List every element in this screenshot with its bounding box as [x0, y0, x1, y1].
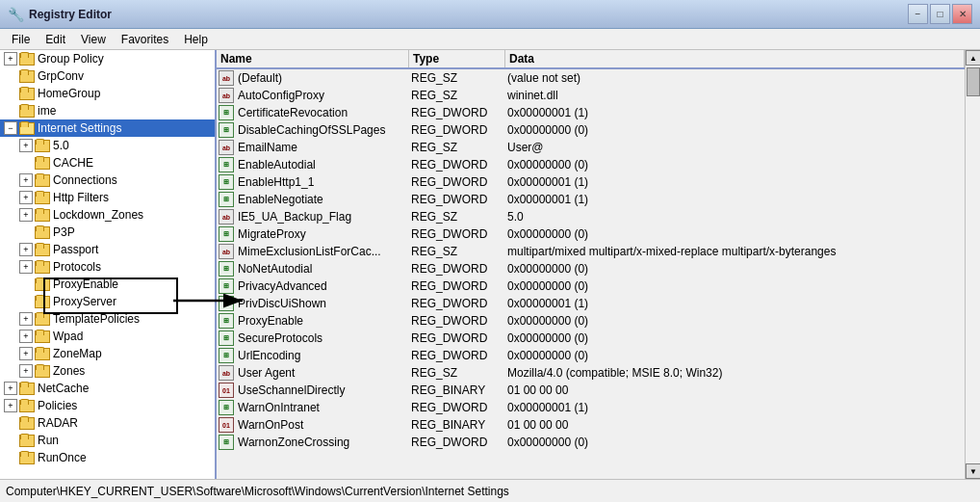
value-icon-11: ⊞ — [219, 261, 234, 277]
table-row[interactable]: ⊞UrlEncodingREG_DWORD0x00000000 (0) — [217, 347, 965, 364]
value-icon-13: ⊞ — [219, 296, 234, 311]
table-row[interactable]: ⊞WarnonZoneCrossingREG_DWORD0x00000000 (… — [217, 434, 965, 451]
expander-group-policy[interactable]: + — [4, 52, 17, 66]
expander-template-policies[interactable]: + — [19, 312, 33, 326]
folder-icon-passport — [35, 243, 50, 256]
expander-zones[interactable]: + — [19, 364, 33, 378]
scroll-up-btn[interactable]: ▲ — [966, 50, 980, 66]
tree-item-run[interactable]: Run — [0, 432, 215, 449]
scroll-down-btn[interactable]: ▼ — [966, 463, 980, 479]
tree-item-wpad[interactable]: +Wpad — [0, 328, 215, 345]
expander-http-filters[interactable]: + — [19, 191, 33, 204]
table-row[interactable]: ⊞MigrateProxyREG_DWORD0x00000000 (0) — [217, 225, 965, 243]
tree-item-http-filters[interactable]: +Http Filters — [0, 189, 215, 206]
value-icon-0: ab — [219, 70, 234, 86]
tree-label-homegroup: HomeGroup — [38, 87, 100, 100]
expander-connections[interactable]: + — [19, 173, 33, 187]
restore-button[interactable]: □ — [930, 4, 950, 24]
values-body[interactable]: ab(Default)REG_SZ(value not set)abAutoCo… — [217, 69, 965, 479]
folder-icon-run — [19, 434, 35, 447]
tree-item-runonce[interactable]: RunOnce — [0, 449, 215, 466]
table-row[interactable]: ⊞SecureProtocolsREG_DWORD0x00000000 (0) — [217, 330, 965, 347]
value-type: REG_SZ — [411, 141, 507, 154]
expander-wpad[interactable]: + — [19, 330, 33, 343]
tree-item-radar[interactable]: RADAR — [0, 414, 215, 432]
tree-item-zones[interactable]: +Zones — [0, 362, 215, 380]
tree-item-netcache[interactable]: +NetCache — [0, 380, 215, 397]
tree-item-template-policies[interactable]: +TemplatePolicies — [0, 310, 215, 328]
table-row[interactable]: ⊞WarnOnIntranetREG_DWORD0x00000001 (1) — [217, 399, 965, 416]
tree-item-group-policy[interactable]: +Group Policy — [0, 50, 215, 67]
tree-item-proxy-server[interactable]: ProxyServer — [0, 293, 215, 310]
tree-item-passport[interactable]: +Passport — [0, 241, 215, 258]
table-row[interactable]: ⊞ProxyEnableREG_DWORD0x00000000 (0) — [217, 312, 965, 330]
tree-item-connections[interactable]: +Connections — [0, 172, 215, 189]
tree-label-passport: Passport — [53, 243, 98, 256]
table-row[interactable]: ⊞EnableHttp1_1REG_DWORD0x00000001 (1) — [217, 173, 965, 191]
value-name: MigrateProxy — [236, 227, 411, 241]
value-type: REG_SZ — [411, 210, 507, 224]
tree-item-5-0[interactable]: +5.0 — [0, 137, 215, 154]
tree-label-zones: Zones — [53, 364, 85, 378]
value-name: IE5_UA_Backup_Flag — [236, 210, 411, 224]
tree-item-policies[interactable]: +Policies — [0, 397, 215, 414]
expander-policies[interactable]: + — [4, 399, 17, 412]
close-button[interactable]: ✕ — [952, 4, 972, 24]
menu-favorites[interactable]: Favorites — [114, 31, 176, 48]
table-row[interactable]: ab(Default)REG_SZ(value not set) — [217, 69, 965, 87]
minimize-button[interactable]: − — [908, 4, 928, 24]
table-row[interactable]: ⊞DisableCachingOfSSLPagesREG_DWORD0x0000… — [217, 121, 965, 139]
tree-panel[interactable]: +Group PolicyGrpConvHomeGroupime−Interne… — [0, 50, 217, 479]
tree-item-protocols[interactable]: +Protocols — [0, 258, 215, 276]
value-type: REG_SZ — [411, 89, 507, 102]
value-type: REG_DWORD — [411, 193, 507, 206]
value-name: PrivDiscUiShown — [236, 297, 411, 310]
table-row[interactable]: ⊞NoNetAutodialREG_DWORD0x00000000 (0) — [217, 260, 965, 277]
table-row[interactable]: abIE5_UA_Backup_FlagREG_SZ5.0 — [217, 208, 965, 225]
expander-protocols[interactable]: + — [19, 260, 33, 274]
app-icon: 🔧 — [8, 7, 24, 22]
tree-item-lockdown-zones[interactable]: +Lockdown_Zones — [0, 206, 215, 224]
statusbar-text: Computer\HKEY_CURRENT_USER\Software\Micr… — [6, 485, 509, 498]
tree-item-homegroup[interactable]: HomeGroup — [0, 85, 215, 102]
expander-zone-map[interactable]: + — [19, 347, 33, 360]
value-type: REG_DWORD — [411, 227, 507, 241]
menu-view[interactable]: View — [73, 31, 114, 48]
scroll-thumb[interactable] — [967, 67, 980, 96]
table-row[interactable]: abMimeExclusionListForCac...REG_SZmultip… — [217, 243, 965, 260]
expander-netcache[interactable]: + — [4, 382, 17, 395]
folder-icon-lockdown-zones — [35, 208, 50, 222]
table-row[interactable]: 01UseSchannelDirectlyREG_BINARY01 00 00 … — [217, 382, 965, 399]
value-icon-15: ⊞ — [219, 330, 234, 346]
table-row[interactable]: 01WarnOnPostREG_BINARY01 00 00 00 — [217, 416, 965, 434]
table-row[interactable]: ⊞PrivacyAdvancedREG_DWORD0x00000000 (0) — [217, 277, 965, 295]
menu-help[interactable]: Help — [176, 31, 216, 48]
table-row[interactable]: abUser AgentREG_SZMozilla/4.0 (compatibl… — [217, 364, 965, 382]
tree-item-ime[interactable]: ime — [0, 102, 215, 119]
tree-item-cache[interactable]: CACHE — [0, 154, 215, 172]
value-name: EnableHttp1_1 — [236, 175, 411, 189]
tree-item-internet-settings[interactable]: −Internet Settings — [0, 119, 215, 137]
value-icon-14: ⊞ — [219, 313, 234, 329]
tree-item-proxy-enable[interactable]: ProxyEnable — [0, 276, 215, 293]
menu-edit[interactable]: Edit — [38, 31, 73, 48]
table-row[interactable]: abEmailNameREG_SZUser@ — [217, 139, 965, 156]
table-row[interactable]: ⊞EnableAutodialREG_DWORD0x00000000 (0) — [217, 156, 965, 173]
table-row[interactable]: abAutoConfigProxyREG_SZwininet.dll — [217, 87, 965, 104]
tree-label-proxy-server: ProxyServer — [53, 295, 116, 308]
table-row[interactable]: ⊞PrivDiscUiShownREG_DWORD0x00000001 (1) — [217, 295, 965, 312]
tree-item-p3p[interactable]: P3P — [0, 224, 215, 241]
table-row[interactable]: ⊞CertificateRevocationREG_DWORD0x0000000… — [217, 104, 965, 121]
expander-passport[interactable]: + — [19, 243, 33, 256]
right-scrollbar[interactable]: ▲ ▼ — [965, 50, 980, 479]
expander-5-0[interactable]: + — [19, 139, 33, 152]
table-row[interactable]: ⊞EnableNegotiateREG_DWORD0x00000001 (1) — [217, 191, 965, 208]
tree-item-zone-map[interactable]: +ZoneMap — [0, 345, 215, 362]
tree-item-grpconv[interactable]: GrpConv — [0, 67, 215, 85]
tree-label-lockdown-zones: Lockdown_Zones — [53, 208, 143, 222]
expander-lockdown-zones[interactable]: + — [19, 208, 33, 222]
folder-icon-grpconv — [19, 69, 35, 83]
expander-internet-settings[interactable]: − — [4, 121, 17, 135]
menu-file[interactable]: File — [4, 31, 38, 48]
value-type: REG_DWORD — [411, 279, 507, 293]
